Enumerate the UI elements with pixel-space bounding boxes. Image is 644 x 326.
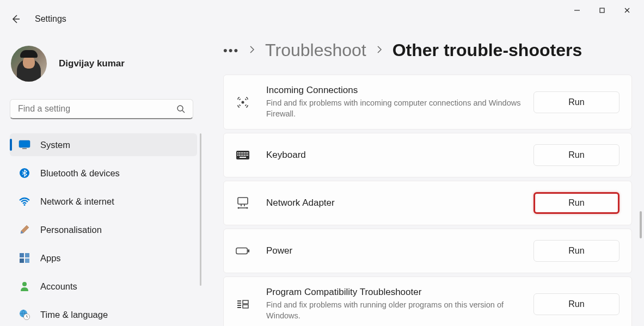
svg-rect-22: [241, 152, 242, 153]
sidebar-item-label: Personalisation: [40, 225, 102, 235]
svg-point-40: [247, 207, 248, 209]
run-button[interactable]: Run: [533, 144, 620, 166]
nav-list: System Bluetooth & devices Network & int…: [10, 133, 197, 326]
breadcrumb-current: Other trouble-shooters: [392, 40, 582, 60]
breadcrumb: ••• Troubleshoot Other trouble-shooters: [223, 40, 632, 60]
sidebar-item-accounts[interactable]: Accounts: [10, 275, 197, 298]
svg-rect-26: [247, 152, 248, 153]
svg-rect-21: [239, 152, 240, 153]
battery-icon: [236, 244, 250, 258]
troubleshooter-title: Power: [266, 245, 533, 256]
troubleshooter-title: Program Compatibility Troubleshooter: [266, 287, 533, 298]
svg-rect-24: [244, 152, 245, 153]
troubleshooter-program-compat: Program Compatibility Troubleshooter Fin…: [223, 276, 632, 326]
svg-rect-12: [25, 253, 29, 257]
svg-rect-7: [19, 140, 30, 147]
svg-point-10: [24, 204, 26, 206]
troubleshooter-title: Keyboard: [266, 150, 533, 161]
sidebar-item-bluetooth[interactable]: Bluetooth & devices: [10, 162, 197, 184]
svg-rect-31: [244, 155, 245, 156]
svg-rect-28: [239, 155, 240, 156]
svg-rect-29: [241, 155, 242, 156]
troubleshooter-title: Incoming Connections: [266, 85, 533, 96]
sidebar-item-label: Bluetooth & devices: [40, 168, 120, 179]
profile-name: Digvijay kumar: [59, 58, 125, 69]
nav-scrollbar[interactable]: [200, 133, 201, 286]
avatar: [11, 46, 47, 82]
svg-point-5: [177, 106, 183, 111]
wifi-icon: [19, 195, 30, 207]
troubleshooter-desc: Find and fix problems with incoming comp…: [266, 97, 533, 119]
svg-line-6: [182, 110, 185, 113]
chevron-right-icon: [249, 44, 255, 57]
network-adapter-icon: [236, 196, 250, 210]
svg-rect-13: [20, 259, 24, 263]
svg-rect-1: [600, 8, 604, 13]
close-button[interactable]: [615, 2, 640, 19]
breadcrumb-more[interactable]: •••: [223, 44, 239, 58]
sidebar: Digvijay kumar System Bluetooth & device…: [0, 21, 207, 326]
troubleshooter-incoming-connections: Incoming Connections Find and fix proble…: [223, 75, 632, 130]
run-button[interactable]: Run: [533, 192, 620, 214]
troubleshooter-title: Network Adapter: [266, 198, 533, 208]
bluetooth-icon: [19, 167, 30, 179]
svg-rect-47: [243, 300, 248, 304]
app-title: Settings: [35, 14, 66, 24]
run-button[interactable]: Run: [533, 91, 620, 113]
person-icon: [19, 280, 30, 292]
header: Settings: [0, 8, 66, 30]
content-scrollbar[interactable]: [640, 211, 642, 238]
sidebar-item-label: Time & language: [40, 310, 108, 320]
svg-rect-48: [243, 305, 248, 308]
troubleshooter-keyboard: Keyboard Run: [223, 133, 632, 177]
svg-rect-46: [237, 307, 241, 308]
sidebar-item-apps[interactable]: Apps: [10, 247, 197, 269]
svg-rect-34: [240, 157, 246, 158]
troubleshooter-list: Incoming Connections Find and fix proble…: [223, 75, 632, 326]
brush-icon: [19, 224, 30, 236]
run-button[interactable]: Run: [533, 293, 620, 315]
search-box[interactable]: [10, 99, 193, 119]
apps-icon: [19, 252, 30, 264]
svg-rect-43: [237, 300, 241, 302]
sidebar-item-system[interactable]: System: [10, 133, 197, 156]
content-area: ••• Troubleshoot Other trouble-shooters …: [207, 21, 644, 326]
svg-rect-41: [236, 248, 247, 254]
monitor-icon: [19, 139, 30, 151]
svg-rect-42: [248, 249, 249, 253]
back-button[interactable]: [10, 13, 22, 25]
svg-rect-27: [237, 155, 238, 156]
keyboard-icon: [236, 148, 250, 162]
svg-rect-30: [242, 155, 243, 156]
profile-section[interactable]: Digvijay kumar: [11, 46, 197, 82]
svg-rect-44: [237, 303, 241, 304]
svg-rect-14: [25, 259, 29, 263]
titlebar: [0, 0, 644, 21]
search-input[interactable]: [18, 104, 176, 114]
svg-rect-25: [246, 152, 247, 153]
sidebar-item-label: Accounts: [40, 281, 77, 292]
svg-rect-33: [247, 155, 248, 156]
svg-point-15: [22, 282, 27, 286]
troubleshooter-desc: Find and fix problems with running older…: [266, 299, 533, 321]
breadcrumb-parent[interactable]: Troubleshoot: [265, 40, 366, 60]
svg-point-39: [238, 207, 240, 209]
svg-point-18: [242, 101, 244, 103]
search-icon: [176, 104, 185, 113]
globe-clock-icon: [19, 309, 30, 321]
svg-rect-8: [22, 148, 27, 149]
troubleshooter-network-adapter: Network Adapter Run: [223, 181, 632, 225]
chevron-right-icon: [376, 44, 383, 57]
svg-rect-20: [237, 152, 238, 153]
svg-rect-45: [237, 305, 241, 306]
minimize-button[interactable]: [565, 2, 590, 19]
maximize-button[interactable]: [590, 2, 615, 19]
run-button[interactable]: Run: [533, 240, 620, 262]
sidebar-item-label: Apps: [40, 253, 61, 263]
sidebar-item-network[interactable]: Network & internet: [10, 190, 197, 213]
svg-rect-23: [242, 152, 243, 153]
sidebar-item-label: Network & internet: [40, 196, 114, 207]
svg-rect-35: [238, 198, 248, 204]
sidebar-item-time-language[interactable]: Time & language: [10, 303, 197, 326]
sidebar-item-personalisation[interactable]: Personalisation: [10, 218, 197, 241]
